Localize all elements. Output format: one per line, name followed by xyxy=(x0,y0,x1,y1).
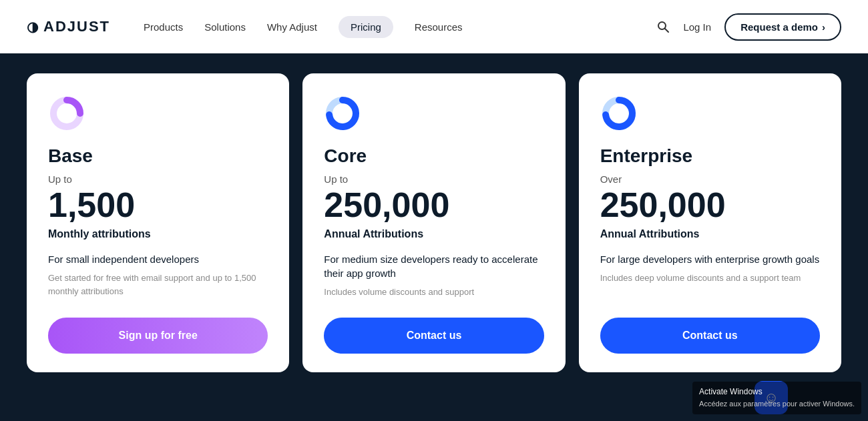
core-title: Core xyxy=(324,145,544,167)
windows-title: Activate Windows xyxy=(699,386,855,398)
pricing-cards-container: Base Up to 1,500 Monthly attributions Fo… xyxy=(27,73,841,372)
base-attribution: Monthly attributions xyxy=(48,228,268,240)
core-number: 250,000 xyxy=(324,186,544,224)
logo-icon: ◑ xyxy=(27,19,39,35)
logo-text: ADJUST xyxy=(43,18,110,35)
nav-solutions[interactable]: Solutions xyxy=(204,16,246,38)
base-desc-main: For small independent developers xyxy=(48,252,268,266)
base-subtitle: Up to xyxy=(48,173,268,185)
logo[interactable]: ◑ ADJUST xyxy=(27,18,110,35)
nav-why-adjust[interactable]: Why Adjust xyxy=(267,16,317,38)
base-cta-button[interactable]: Sign up for free xyxy=(48,318,268,354)
login-link[interactable]: Log In xyxy=(683,21,711,33)
nav-products[interactable]: Products xyxy=(144,16,183,38)
enterprise-desc-main: For large developers with enterprise gro… xyxy=(600,252,820,266)
base-number: 1,500 xyxy=(48,186,268,224)
windows-subtitle: Accédez aux paramètres pour activer Wind… xyxy=(699,398,855,410)
nav-resources[interactable]: Resources xyxy=(415,16,463,38)
core-icon xyxy=(324,95,361,132)
pricing-card-enterprise: Enterprise Over 250,000 Annual Attributi… xyxy=(579,73,841,372)
core-subtitle: Up to xyxy=(324,173,544,185)
core-cta-button[interactable]: Contact us xyxy=(324,318,544,354)
demo-label: Request a demo xyxy=(740,21,818,33)
enterprise-cta-button[interactable]: Contact us xyxy=(600,318,820,354)
windows-watermark: Activate Windows Accédez aux paramètres … xyxy=(692,382,861,414)
enterprise-icon xyxy=(600,95,638,132)
search-icon xyxy=(656,20,670,33)
main-content: Base Up to 1,500 Monthly attributions Fo… xyxy=(0,53,868,421)
base-title: Base xyxy=(48,145,268,167)
nav-actions: Log In Request a demo › xyxy=(656,13,841,41)
core-desc-main: For medium size developers ready to acce… xyxy=(324,252,544,280)
demo-arrow: › xyxy=(822,21,825,33)
base-desc-sub: Get started for free with email support … xyxy=(48,272,268,299)
core-attribution: Annual Attributions xyxy=(324,228,544,240)
enterprise-attribution: Annual Attributions xyxy=(600,228,820,240)
navbar: ◑ ADJUST Products Solutions Why Adjust P… xyxy=(0,0,868,53)
core-desc-sub: Includes volume discounts and support xyxy=(324,286,544,299)
svg-line-1 xyxy=(665,29,669,33)
base-icon xyxy=(48,95,85,132)
pricing-card-base: Base Up to 1,500 Monthly attributions Fo… xyxy=(27,73,289,372)
request-demo-button[interactable]: Request a demo › xyxy=(724,13,841,41)
nav-links: Products Solutions Why Adjust Pricing Re… xyxy=(144,16,656,38)
nav-pricing[interactable]: Pricing xyxy=(339,16,393,38)
pricing-card-core: Core Up to 250,000 Annual Attributions F… xyxy=(302,73,565,372)
search-button[interactable] xyxy=(656,20,670,33)
enterprise-number: 250,000 xyxy=(600,186,820,224)
enterprise-title: Enterprise xyxy=(600,145,820,167)
enterprise-subtitle: Over xyxy=(600,173,820,185)
enterprise-desc-sub: Includes deep volume discounts and a sup… xyxy=(600,272,820,299)
